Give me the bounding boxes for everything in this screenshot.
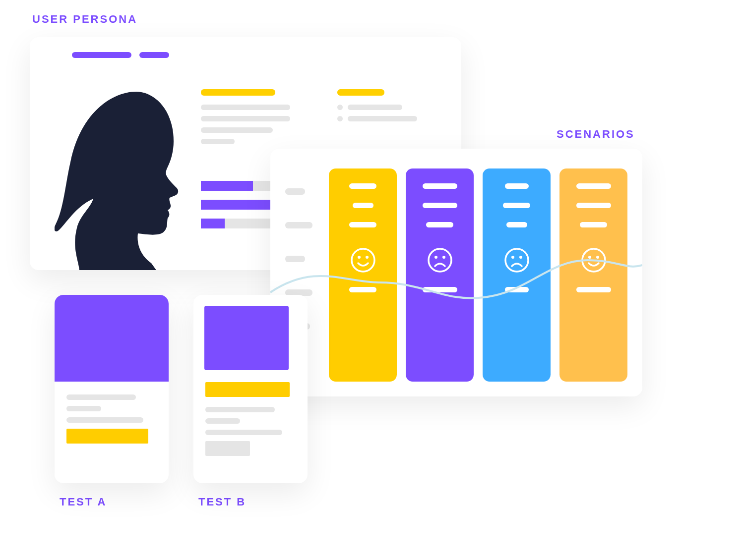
bullet-item	[337, 116, 446, 121]
placeholder-pill	[349, 287, 376, 292]
text-placeholder	[285, 188, 305, 195]
placeholder-pill	[353, 203, 373, 208]
placeholder-pill	[503, 203, 530, 208]
svg-point-11	[596, 256, 599, 259]
placeholder-pill	[349, 222, 376, 227]
happy-face-icon	[350, 247, 376, 273]
test-b-label: TEST B	[198, 496, 246, 508]
placeholder-pill	[426, 222, 453, 227]
happy-face-icon	[581, 247, 607, 273]
bullet-icon	[337, 116, 343, 121]
svg-point-7	[511, 256, 514, 259]
persona-silhouette-icon	[55, 82, 188, 270]
progress-fill	[201, 181, 253, 191]
scenario-column-1	[329, 168, 397, 382]
svg-point-3	[429, 249, 451, 272]
svg-point-4	[434, 256, 437, 259]
persona-mid-column	[201, 89, 315, 150]
placeholder-bar	[139, 52, 169, 58]
progress-fill	[201, 219, 225, 228]
test-a-label: TEST A	[60, 496, 107, 508]
text-placeholder	[285, 256, 305, 262]
placeholder-pill	[576, 183, 611, 189]
placeholder-pill	[423, 183, 457, 189]
placeholder-pill	[423, 287, 457, 292]
bullet-icon	[337, 105, 343, 110]
text-placeholder	[285, 222, 312, 228]
persona-title-placeholder	[72, 52, 169, 58]
scenario-column-4	[559, 168, 627, 382]
svg-point-5	[442, 256, 445, 259]
text-placeholder	[205, 407, 275, 412]
svg-point-0	[352, 249, 374, 272]
svg-point-1	[358, 256, 361, 259]
test-thumbnail	[204, 306, 289, 370]
test-thumbnail	[55, 295, 169, 382]
section-heading-placeholder	[337, 89, 384, 96]
scenarios-label: SCENARIOS	[557, 128, 635, 141]
svg-point-9	[582, 249, 605, 272]
text-placeholder	[66, 417, 143, 423]
test-card-b	[193, 295, 308, 483]
test-card-a	[55, 295, 169, 483]
placeholder-pill	[505, 183, 529, 189]
text-placeholder	[205, 430, 282, 435]
sad-face-icon	[504, 247, 530, 273]
text-placeholder	[201, 116, 290, 121]
persona-right-column	[337, 89, 446, 127]
scenario-column-2	[406, 168, 474, 382]
placeholder-pill	[349, 183, 376, 189]
placeholder-pill	[505, 287, 529, 292]
placeholder-pill	[423, 203, 457, 208]
svg-point-8	[519, 256, 522, 259]
text-placeholder	[201, 105, 290, 110]
text-placeholder	[66, 394, 136, 400]
text-placeholder	[348, 116, 417, 121]
text-placeholder	[201, 139, 235, 144]
svg-point-10	[588, 256, 591, 259]
cta-button[interactable]	[205, 382, 290, 397]
test-body	[55, 382, 169, 454]
placeholder-bar	[72, 52, 131, 58]
svg-point-2	[366, 256, 369, 259]
placeholder-pill	[576, 203, 611, 208]
placeholder-pill	[506, 222, 527, 227]
text-placeholder	[201, 127, 273, 133]
scenarios-card	[270, 149, 642, 396]
sad-face-icon	[427, 247, 453, 273]
secondary-button[interactable]	[205, 441, 250, 456]
scenario-column-3	[483, 168, 551, 382]
user-persona-label: USER PERSONA	[32, 13, 137, 26]
progress-fill	[201, 200, 276, 210]
text-placeholder	[348, 105, 402, 110]
svg-point-6	[505, 249, 528, 272]
placeholder-pill	[580, 222, 607, 227]
placeholder-pill	[576, 287, 611, 292]
bullet-item	[337, 105, 446, 110]
cta-button[interactable]	[66, 429, 148, 444]
test-body	[193, 375, 308, 467]
section-heading-placeholder	[201, 89, 275, 96]
text-placeholder	[66, 406, 101, 411]
text-placeholder	[205, 418, 240, 424]
